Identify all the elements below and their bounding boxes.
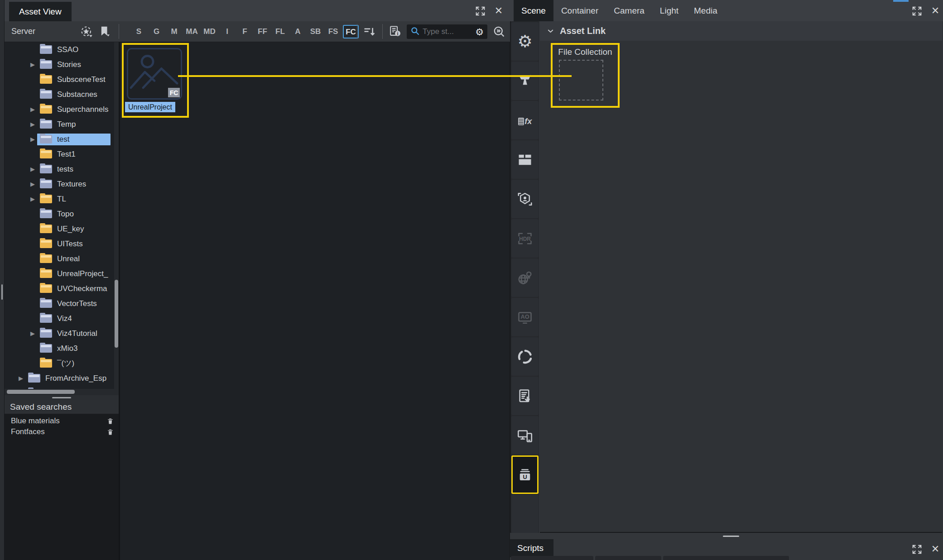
tree-item-fromarchive-esp[interactable]: ▶FromArchive_Esp — [5, 371, 113, 386]
folder-icon — [40, 135, 52, 144]
expand-arrow-icon[interactable]: ▶ — [30, 106, 37, 113]
stamp-tool-icon[interactable] — [511, 62, 539, 100]
filter-s[interactable]: S — [130, 27, 148, 36]
tab-media[interactable]: Media — [686, 0, 725, 21]
scrollbar-thumb[interactable] — [7, 390, 75, 394]
tree-item-ue-key[interactable]: ▶UE_key — [5, 221, 113, 236]
sort-icon[interactable] — [361, 24, 377, 38]
filter-m[interactable]: M — [165, 27, 183, 36]
tree-item-viz4[interactable]: ▶Viz4 — [5, 311, 113, 326]
tree-item-stories[interactable]: ▶Stories — [5, 57, 113, 72]
video-fx-icon[interactable]: fx — [511, 101, 539, 139]
expand-arrow-icon[interactable]: ▶ — [30, 166, 37, 172]
ambient-occlusion-icon[interactable]: AO — [511, 298, 539, 336]
close-icon[interactable]: ✕ — [929, 5, 941, 17]
settings-gear-icon[interactable]: ⚙ — [511, 22, 539, 61]
asset-info-icon[interactable]: i — [388, 24, 403, 38]
expand-arrow-icon[interactable]: ▶ — [30, 330, 37, 337]
filter-fs[interactable]: FS — [324, 27, 342, 36]
filter-ma[interactable]: MA — [183, 27, 201, 36]
expand-arrow-icon[interactable]: ▶ — [30, 181, 37, 187]
tree-item-test[interactable]: ▶test — [5, 132, 113, 147]
stage-icon[interactable] — [511, 140, 539, 179]
tree-item-ssao[interactable]: ▶SSAO — [5, 42, 113, 57]
scene-panel: SceneContainerCameraLightMedia ✕ ⚙fxHDRA… — [510, 0, 943, 560]
close-icon[interactable]: ✕ — [929, 543, 941, 555]
search-box[interactable]: ⚙ — [407, 24, 487, 39]
tree-vertical-scrollbar[interactable] — [114, 42, 119, 389]
global-illumination-icon[interactable] — [511, 258, 539, 297]
tree-item-unreal[interactable]: ▶Unreal — [5, 251, 113, 266]
tree-item-xmio3[interactable]: ▶xMio3 — [5, 341, 113, 356]
expand-arrow-icon[interactable]: ▶ — [30, 121, 37, 128]
tree-item-substacnes[interactable]: ▶Substacnes — [5, 87, 113, 102]
tree-item-topo[interactable]: ▶Topo — [5, 206, 113, 221]
tree-item-tl[interactable]: ▶TL — [5, 191, 113, 206]
chevron-down-icon[interactable] — [546, 27, 555, 37]
filter-sb[interactable]: SB — [307, 27, 324, 36]
asset-thumbnail[interactable]: FC — [127, 48, 182, 100]
fullscreen-icon[interactable] — [911, 543, 923, 555]
filter-i[interactable]: I — [218, 27, 236, 36]
tree-horizontal-scrollbar[interactable] — [5, 389, 119, 395]
hdr-icon[interactable]: HDR — [511, 219, 539, 258]
filter-ff[interactable]: FF — [254, 27, 271, 36]
tab-light[interactable]: Light — [652, 0, 686, 21]
fullscreen-icon[interactable] — [474, 5, 486, 17]
unreal-asset-link-icon[interactable]: U — [511, 455, 539, 494]
tree-item-textures[interactable]: ▶Textures — [5, 177, 113, 191]
tree-item-unrealproject[interactable]: ▶UnrealProject_ — [5, 266, 113, 281]
devices-icon[interactable] — [511, 416, 539, 455]
filter-md[interactable]: MD — [201, 27, 218, 36]
file-collection-drop-zone[interactable] — [559, 60, 603, 101]
filter-f[interactable]: F — [236, 27, 254, 36]
expand-arrow-icon[interactable]: ▶ — [30, 196, 37, 202]
trash-icon[interactable] — [106, 416, 114, 426]
saved-search-blue-materials[interactable]: Blue materials — [5, 416, 119, 426]
tab-scripts[interactable]: Scripts — [510, 539, 553, 557]
tab-camera[interactable]: Camera — [606, 0, 652, 21]
splitter-handle[interactable] — [52, 397, 71, 398]
tree-item-uitests[interactable]: ▶UITests — [5, 236, 113, 251]
saved-search-fontfaces[interactable]: Fontfaces — [5, 426, 119, 437]
script-slot[interactable] — [595, 556, 661, 560]
tab-asset-view[interactable]: Asset View — [9, 2, 72, 21]
rail-drag-handle[interactable] — [1, 284, 3, 300]
tree-item-viz4tutorial[interactable]: ▶Viz4Tutorial — [5, 326, 113, 341]
expand-arrow-icon[interactable]: ▶ — [19, 375, 25, 382]
filter-fl[interactable]: FL — [271, 27, 289, 36]
script-icon[interactable] — [511, 377, 539, 415]
tree-item-vectortests[interactable]: ▶VectorTests — [5, 296, 113, 311]
tree-item-tests[interactable]: ▶tests — [5, 162, 113, 177]
tree-item-item[interactable]: ▶¯(ツ) — [5, 356, 113, 371]
tree-item-uvcheckerma[interactable]: ▶UVCheckerma — [5, 281, 113, 296]
tree-item-test1[interactable]: ▶Test1 — [5, 147, 113, 162]
expand-arrow-icon[interactable]: ▶ — [30, 61, 37, 68]
filter-a[interactable]: A — [289, 27, 307, 36]
script-slot[interactable] — [511, 556, 593, 560]
trash-icon[interactable] — [106, 427, 114, 436]
filter-fc[interactable]: FC — [343, 25, 359, 38]
tree-item-subscenetest[interactable]: ▶SubsceneTest — [5, 72, 113, 87]
expand-arrow-icon[interactable]: ▶ — [30, 136, 37, 143]
tree-item-superchannels[interactable]: ▶Superchannels — [5, 102, 113, 117]
smart-search-icon[interactable] — [80, 25, 94, 39]
bookmark-icon[interactable] — [98, 25, 111, 38]
script-slot[interactable] — [663, 556, 789, 560]
close-icon[interactable]: ✕ — [493, 5, 505, 17]
tree-item-temp[interactable]: ▶Temp — [5, 117, 113, 132]
tab-container[interactable]: Container — [553, 0, 606, 21]
asset-link-header[interactable]: Asset Link — [540, 21, 942, 41]
search-server-icon[interactable] — [492, 25, 506, 38]
tab-scene[interactable]: Scene — [514, 0, 553, 21]
scrollbar-thumb[interactable] — [115, 280, 118, 348]
tree-item-ibrahim[interactable]: ▶Ibrahim — [5, 386, 113, 389]
virtual-studio-icon[interactable] — [511, 180, 539, 218]
post-processing-icon[interactable] — [511, 337, 539, 376]
tree-saved-splitter[interactable] — [5, 395, 119, 400]
scripts-drag-handle[interactable] — [723, 536, 739, 537]
search-settings-gear-icon[interactable]: ⚙ — [475, 27, 484, 37]
filter-g[interactable]: G — [148, 27, 165, 36]
fullscreen-icon[interactable] — [911, 5, 923, 17]
search-input[interactable] — [423, 27, 472, 36]
